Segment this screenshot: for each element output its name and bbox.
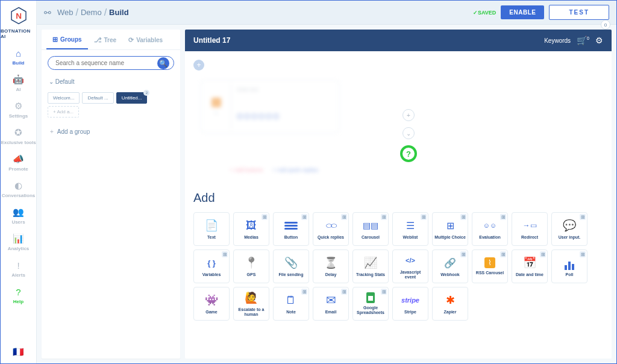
card-javascript-event[interactable]: Javascript event: [392, 249, 428, 283]
card-escalate-to-a-human[interactable]: Escalate to a human: [233, 287, 269, 321]
users-icon: 👥: [13, 207, 24, 218]
card-stripe[interactable]: stripeStripe: [392, 287, 428, 321]
card-rss-carousel[interactable]: ⌇RSS Carousel⊞: [472, 249, 508, 283]
stripe-icon: stripe: [401, 293, 419, 307]
card-weblist[interactable]: Weblist⊞: [392, 212, 428, 246]
card-zapier[interactable]: ✱Zapier: [432, 287, 468, 321]
card-email[interactable]: Email⊞: [313, 287, 349, 321]
plus-icon: ⊞: [460, 251, 466, 257]
card-multiple-choice[interactable]: Multiple Choice⊞: [432, 212, 468, 246]
cart-icon[interactable]: 🛒0: [577, 36, 589, 45]
chip-default-[interactable]: Default ...: [82, 92, 113, 104]
add-group-button[interactable]: Add a group: [42, 122, 180, 141]
card-user-input-[interactable]: User input.⊞: [551, 212, 587, 246]
search-icon[interactable]: 🔍: [157, 57, 169, 69]
add-block-top-button[interactable]: +: [193, 60, 204, 71]
nav-analytics[interactable]: 📊Analytics: [1, 233, 36, 251]
nav-ai[interactable]: 🤖AI: [1, 74, 36, 92]
nav-help[interactable]: ?Help: [1, 286, 36, 304]
flag-icon[interactable]: 🇫🇷: [13, 347, 24, 357]
plus-icon: ⊞: [341, 214, 347, 220]
logo: N: [7, 4, 30, 27]
javascript-event-icon: [406, 253, 415, 268]
user-input--icon: [563, 218, 576, 233]
chip--add-a-[interactable]: + Add a...: [48, 106, 79, 118]
card-note[interactable]: Note⊞: [273, 287, 309, 321]
help-highlight-icon[interactable]: ?: [400, 145, 417, 162]
chip-untitled-[interactable]: Untitled...2: [116, 92, 148, 104]
plus-icon: ⊞: [262, 214, 268, 220]
note-icon: [286, 293, 296, 307]
plus-icon: ⊞: [341, 289, 347, 295]
card-poll[interactable]: Poll⊞: [551, 249, 587, 283]
carousel-icon: [363, 218, 378, 233]
delay-icon: [324, 256, 337, 270]
notification-count[interactable]: 0: [601, 20, 610, 30]
card-delay[interactable]: Delay: [313, 249, 349, 283]
plus-icon: ⊞: [222, 251, 228, 257]
ai-icon: 🤖: [13, 74, 24, 85]
test-button[interactable]: TEST: [549, 5, 609, 20]
tab-groups[interactable]: ⊞Groups: [46, 30, 88, 49]
exclusive tools-icon: ✪: [13, 127, 24, 138]
plus-icon: ⊞: [381, 289, 387, 295]
card-medias[interactable]: Medias⊞: [233, 212, 269, 246]
card-game[interactable]: Game: [193, 287, 230, 321]
svg-text:N: N: [16, 11, 22, 20]
chip-welcom-[interactable]: Welcom...: [48, 92, 80, 104]
alerts-icon: !: [13, 260, 24, 271]
card-google-spreadsheets[interactable]: Google Spreadsheets⊞: [352, 287, 389, 321]
card-redirect[interactable]: Redirect: [512, 212, 548, 246]
plus-icon: ⊞: [580, 214, 586, 220]
card-date-and-time[interactable]: Date and time⊞: [512, 249, 548, 283]
search-input[interactable]: [48, 56, 174, 70]
blurred-preview: ␡ Enter text: [201, 80, 603, 133]
nav-users[interactable]: 👥Users: [1, 207, 36, 225]
nav-build[interactable]: ⌂Build: [1, 48, 36, 66]
multiple-choice-icon: [446, 218, 454, 233]
card-gps[interactable]: GPS: [233, 249, 269, 283]
escalate-to-a-human-icon: [245, 290, 258, 305]
plus-icon: ⊞: [500, 251, 506, 257]
card-evaluation[interactable]: Evaluation⊞: [472, 212, 508, 246]
nav-settings[interactable]: ⚙Settings: [1, 101, 36, 119]
zapier-icon: ✱: [446, 293, 455, 307]
keywords-link[interactable]: Keywords: [544, 37, 571, 44]
nav-conversations[interactable]: ◐Conversations: [1, 180, 36, 198]
card-variables[interactable]: Variables⊞: [193, 249, 230, 283]
group-default[interactable]: ⌄ Default: [42, 76, 180, 87]
variables-icon: [207, 256, 216, 270]
card-quick-replies[interactable]: Quick replies⊞: [313, 212, 349, 246]
nav-promote[interactable]: 📣Promote: [1, 154, 36, 172]
quick-replies-icon: [326, 218, 336, 233]
plus-icon: ⊞: [500, 214, 506, 220]
crumb-demo[interactable]: Demo: [81, 8, 102, 17]
card-text[interactable]: Text: [193, 212, 230, 246]
card-carousel[interactable]: Carousel⊞: [352, 212, 389, 246]
tracking-stats-icon: [364, 256, 377, 270]
sequence-title[interactable]: Untitled 17: [193, 36, 230, 45]
left-navbar: N BOTNATION AI ⌂Build🤖AI⚙Settings✪Exclus…: [1, 1, 37, 363]
tab-tree[interactable]: ⎇Tree: [88, 30, 123, 49]
gear-icon[interactable]: ⚙: [595, 36, 603, 45]
card-webhook[interactable]: 🔗Webhook⊞: [432, 249, 468, 283]
file-sending-icon: [284, 256, 298, 270]
plus-icon: ⊞: [421, 214, 427, 220]
gps-icon: [245, 256, 258, 270]
crumb-web[interactable]: Web: [57, 8, 74, 17]
build-icon: ⌂: [13, 48, 24, 58]
card-file-sending[interactable]: File sending: [273, 249, 309, 283]
medias-icon: [246, 218, 257, 233]
enable-button[interactable]: ENABLE: [501, 5, 544, 19]
plus-icon: ⊞: [301, 214, 307, 220]
card-button[interactable]: Button⊞: [273, 212, 309, 246]
help-icon: ?: [13, 286, 24, 297]
nav-exclusive-tools[interactable]: ✪Exclusive tools: [1, 127, 36, 145]
text-icon: [205, 218, 218, 233]
tab-variables[interactable]: ⟳Variables: [122, 30, 169, 49]
date-and-time-icon: [523, 256, 536, 270]
card-tracking-stats[interactable]: Tracking Stats: [352, 249, 389, 283]
email-icon: [326, 293, 336, 307]
groups-panel: ⊞Groups⎇Tree⟳Variables 🔍 ⌄ Default Welco…: [42, 30, 180, 359]
nav-alerts[interactable]: !Alerts: [1, 260, 36, 278]
